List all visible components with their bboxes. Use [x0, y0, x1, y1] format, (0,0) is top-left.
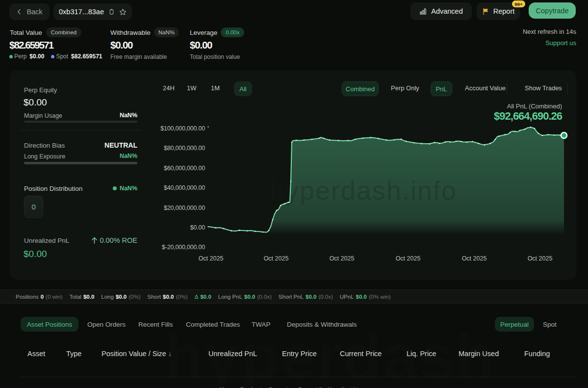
svg-text:hyperdash.info: hyperdash.info — [270, 176, 457, 205]
